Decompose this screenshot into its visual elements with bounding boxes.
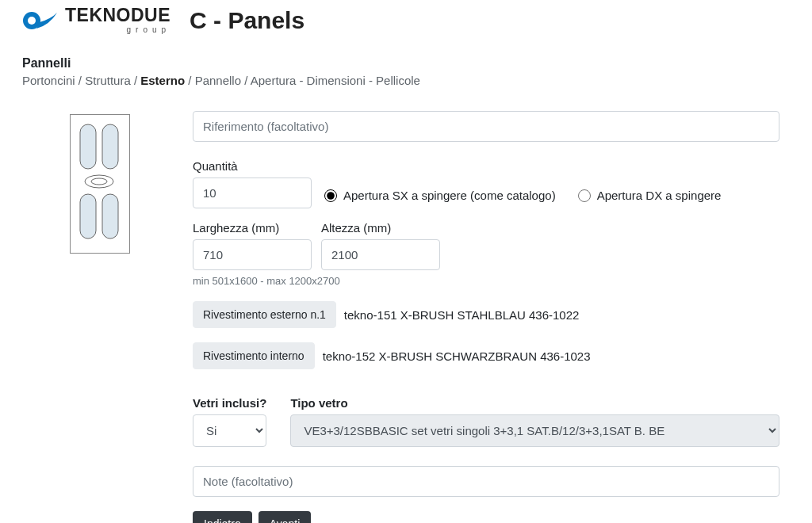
breadcrumb-item-active[interactable]: Esterno	[140, 74, 185, 87]
next-button[interactable]: Avanti	[259, 511, 312, 523]
page-title: C - Panels	[190, 7, 304, 34]
breadcrumb-section: Pannelli Portoncini / Struttura / Estern…	[22, 56, 790, 87]
dimension-hint: min 501x1600 - max 1200x2700	[193, 275, 779, 287]
height-label: Altezza (mm)	[321, 221, 440, 235]
glass-type-select[interactable]: VE3+3/12SBBASIC set vetri singoli 3+3,1 …	[290, 414, 779, 447]
header: TEKNODUE group C - Panels	[22, 6, 790, 34]
quantity-input[interactable]	[193, 178, 312, 208]
brand-name: TEKNODUE	[65, 6, 170, 25]
width-input[interactable]	[193, 239, 312, 270]
logo-icon	[22, 8, 59, 33]
breadcrumb-item[interactable]: Struttura	[85, 74, 131, 87]
svg-rect-7	[102, 194, 118, 239]
svg-rect-6	[80, 194, 96, 239]
width-label: Larghezza (mm)	[193, 221, 312, 235]
reference-input[interactable]	[193, 111, 779, 142]
height-input[interactable]	[321, 239, 440, 270]
door-preview-image	[70, 114, 130, 254]
breadcrumb-item: Apertura - Dimensioni - Pellicole	[251, 74, 420, 87]
coating-int-value: tekno-152 X-BRUSH SCHWARZBRAUN 436-1023	[323, 349, 591, 363]
svg-rect-2	[80, 124, 96, 169]
brand-sub: group	[65, 26, 170, 34]
coating-ext-value: tekno-151 X-BRUSH STAHLBLAU 436-1022	[344, 308, 580, 322]
back-button[interactable]: Indietro	[193, 511, 252, 523]
glass-type-label: Tipo vetro	[290, 396, 779, 410]
brand-logo: TEKNODUE group	[22, 6, 170, 34]
glass-included-label: Vetri inclusi?	[193, 396, 266, 410]
breadcrumb: Portoncini / Struttura / Esterno / Panne…	[22, 74, 790, 87]
svg-point-4	[85, 175, 113, 188]
svg-point-5	[91, 178, 107, 185]
radio-apertura-sx[interactable]: Apertura SX a spingere (come catalogo)	[324, 189, 556, 202]
coating-int-button[interactable]: Rivestimento interno	[193, 342, 315, 369]
breadcrumb-item[interactable]: Pannello	[195, 74, 241, 87]
breadcrumb-title: Pannelli	[22, 56, 790, 71]
svg-point-1	[28, 17, 36, 25]
breadcrumb-item[interactable]: Portoncini	[22, 74, 75, 87]
radio-apertura-dx[interactable]: Apertura DX a spingere	[578, 189, 722, 202]
glass-included-select[interactable]: Si	[193, 414, 266, 447]
svg-rect-3	[102, 124, 118, 169]
note-input[interactable]	[193, 466, 779, 497]
quantity-label: Quantità	[193, 159, 312, 173]
coating-ext-button[interactable]: Rivestimento esterno n.1	[193, 301, 336, 328]
